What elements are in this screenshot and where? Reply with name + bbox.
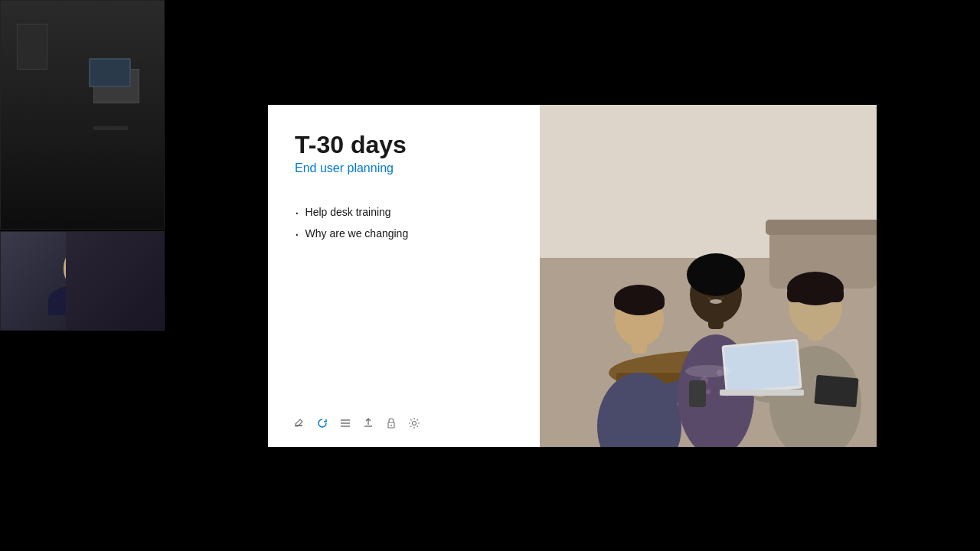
- webcam-top-feed: [0, 0, 165, 230]
- slide-toolbar: [291, 415, 423, 432]
- svg-rect-10: [766, 220, 877, 235]
- svg-rect-38: [814, 374, 858, 407]
- svg-point-5: [390, 425, 392, 426]
- left-panel: [0, 0, 165, 551]
- sync-icon[interactable]: [314, 415, 331, 432]
- slide: T-30 days End user planning Help desk tr…: [268, 105, 877, 447]
- webcam-bottom-feed: [0, 231, 165, 331]
- svg-point-40: [685, 365, 731, 377]
- svg-point-28: [710, 299, 722, 304]
- bullet-item-2: Why are we changing: [295, 227, 517, 241]
- svg-rect-17: [614, 296, 665, 310]
- svg-point-6: [413, 421, 416, 425]
- svg-point-27: [687, 253, 745, 296]
- svg-rect-33: [787, 287, 844, 302]
- slide-text-area: T-30 days End user planning Help desk tr…: [268, 105, 540, 447]
- main-presentation-area: T-30 days End user planning Help desk tr…: [165, 0, 980, 551]
- edit-icon[interactable]: [291, 415, 308, 432]
- svg-rect-36: [724, 341, 800, 392]
- list-icon[interactable]: [337, 415, 354, 432]
- slide-title: T-30 days: [295, 132, 517, 158]
- bullet-item-1: Help desk training: [295, 206, 517, 220]
- svg-rect-37: [720, 390, 804, 396]
- svg-rect-39: [689, 380, 706, 407]
- lock-icon[interactable]: [383, 415, 400, 432]
- settings-icon[interactable]: [406, 415, 423, 432]
- slide-image-area: [540, 105, 877, 447]
- slide-subtitle: End user planning: [295, 161, 517, 175]
- upload-icon[interactable]: [360, 415, 377, 432]
- bullet-list: Help desk training Why are we changing: [295, 206, 517, 249]
- svg-point-23: [706, 390, 710, 394]
